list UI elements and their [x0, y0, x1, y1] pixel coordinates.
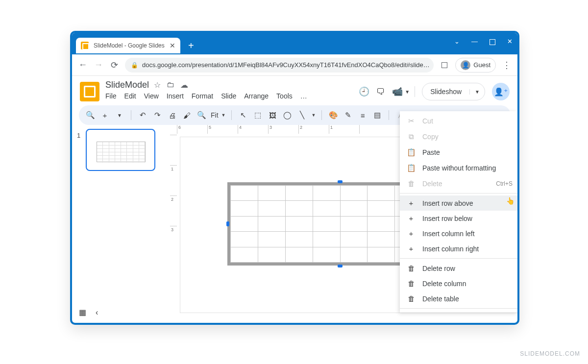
nav-back-icon[interactable]: ←	[78, 60, 88, 70]
chevron-down-icon[interactable]: ▼	[405, 89, 410, 95]
zoom-label: Fit	[211, 111, 219, 119]
nav-forward-icon[interactable]: →	[94, 60, 103, 70]
reader-icon[interactable]	[440, 60, 449, 70]
slideshow-button[interactable]: Slideshow ▼	[422, 83, 485, 100]
menu-item-shortcut: Ctrl+S	[496, 180, 513, 187]
menu-more[interactable]: …	[300, 92, 307, 100]
workspace: 1 ▦ ‹ 654321 123	[72, 124, 517, 323]
zoom-level[interactable]: Fit ▼	[211, 111, 225, 119]
resize-handle-left[interactable]	[226, 221, 229, 226]
menu-insert[interactable]: Insert	[167, 92, 184, 100]
grid-view-icon[interactable]: ▦	[79, 308, 86, 317]
context-menu-insert-row-above[interactable]: +Insert row above👆	[400, 195, 517, 211]
new-tab-button[interactable]: +	[184, 39, 198, 52]
lock-icon: 🔒	[131, 62, 138, 69]
context-menu: ✂Cut⧉Copy📋Paste📋Paste without formatting…	[400, 111, 517, 313]
url-field[interactable]: 🔒 docs.google.com/presentation/d/1MFeiqB…	[125, 58, 434, 73]
image-icon[interactable]: 🖼	[267, 111, 278, 120]
chevron-down-icon[interactable]: ▼	[311, 113, 316, 118]
context-menu-divider	[400, 193, 517, 194]
fill-color-icon[interactable]: 🎨	[328, 111, 339, 120]
canvas-area: 654321 123	[170, 125, 517, 323]
star-icon[interactable]: ☆	[154, 80, 161, 90]
browser-menu-icon[interactable]: ⋮	[502, 60, 512, 71]
select-icon[interactable]: ↖	[238, 111, 248, 120]
tab-title: SlideModel - Google Slides	[94, 42, 165, 49]
browser-titlebar: SlideModel - Google Slides ✕ + ⌄ — ✕	[72, 33, 517, 54]
chevron-down-icon[interactable]: ▼	[114, 113, 125, 118]
window-maximize-icon[interactable]	[490, 38, 495, 45]
url-text: docs.google.com/presentation/d/1MFeiqBl8…	[142, 61, 430, 69]
context-menu-divider	[400, 258, 517, 259]
menu-tools[interactable]: Tools	[276, 92, 293, 100]
menu-item-label: Delete table	[422, 295, 459, 303]
menu-slide[interactable]: Slide	[221, 92, 236, 100]
avatar-icon: 👤	[461, 60, 470, 70]
menu-file[interactable]: File	[105, 92, 117, 100]
tab-close-icon[interactable]: ✕	[170, 42, 175, 49]
app-header: SlideModel ☆ 🗀 ☁ File Edit View Insert F…	[72, 76, 517, 101]
context-menu-insert-row-below[interactable]: +Insert row below	[400, 211, 517, 226]
doc-title[interactable]: SlideModel	[105, 80, 149, 90]
slides-logo-icon[interactable]	[80, 82, 99, 101]
menu-item-icon: ⧉	[407, 132, 416, 141]
textbox-icon[interactable]: ⬚	[252, 111, 263, 120]
menu-arrange[interactable]: Arrange	[244, 92, 269, 100]
menu-view[interactable]: View	[144, 92, 159, 100]
window-dropdown-icon[interactable]: ⌄	[454, 38, 460, 45]
window-close-icon[interactable]: ✕	[507, 38, 513, 45]
cloud-icon[interactable]: ☁	[180, 80, 188, 90]
present-cam-icon[interactable]: 📹	[392, 86, 403, 97]
shape-icon[interactable]: ◯	[282, 111, 293, 120]
share-button[interactable]: 👤⁺	[492, 83, 510, 100]
watermark: SLIDEMODEL.COM	[520, 350, 580, 357]
undo-icon[interactable]: ↶	[137, 111, 148, 120]
menu-format[interactable]: Format	[192, 92, 213, 100]
profile-label: Guest	[473, 61, 490, 69]
print-icon[interactable]: 🖨	[167, 111, 177, 120]
menu-item-icon: 📋	[407, 164, 416, 172]
menu-item-icon: 📋	[407, 148, 416, 157]
menu-item-label: Paste without formatting	[422, 164, 496, 172]
resize-handle-bottom[interactable]	[338, 265, 343, 267]
context-menu-paste[interactable]: 📋Paste	[400, 145, 517, 160]
border-color-icon[interactable]: ✎	[343, 111, 353, 120]
menu-item-label: Copy	[422, 133, 439, 141]
zoom-icon[interactable]: 🔍	[196, 111, 207, 120]
menu-item-label: Cut	[422, 117, 433, 125]
context-menu-insert-column-right[interactable]: +Insert column right	[400, 241, 517, 256]
menu-item-label: Insert row above	[422, 199, 473, 207]
search-icon[interactable]: 🔍	[85, 111, 96, 120]
menu-edit[interactable]: Edit	[124, 92, 136, 100]
context-menu-paste-without-formatting[interactable]: 📋Paste without formatting	[400, 160, 517, 176]
new-slide-icon[interactable]: +	[99, 111, 110, 120]
move-icon[interactable]: 🗀	[167, 80, 174, 90]
line-icon[interactable]: ╲	[296, 111, 307, 120]
slide-thumbnail[interactable]	[86, 129, 155, 171]
menu-bar: File Edit View Insert Format Slide Arran…	[105, 92, 307, 100]
context-menu-delete-row[interactable]: 🗑Delete row	[400, 261, 517, 276]
collapse-panel-icon[interactable]: ‹	[96, 308, 98, 317]
slideshow-dropdown-icon[interactable]: ▼	[469, 89, 485, 95]
menu-item-icon: +	[407, 199, 416, 207]
address-bar: ← → ⟳ 🔒 docs.google.com/presentation/d/1…	[72, 54, 517, 76]
context-menu-delete-table[interactable]: 🗑Delete table	[400, 291, 517, 306]
context-menu-insert-column-left[interactable]: +Insert column left	[400, 226, 517, 241]
slide-panel: 1 ▦ ‹	[72, 124, 170, 323]
window-minimize-icon[interactable]: —	[471, 38, 478, 45]
slideshow-label: Slideshow	[422, 88, 469, 96]
context-menu-delete-column[interactable]: 🗑Delete column	[400, 276, 517, 291]
browser-window: SlideModel - Google Slides ✕ + ⌄ — ✕ ← →…	[70, 31, 519, 325]
nav-reload-icon[interactable]: ⟳	[109, 60, 119, 71]
history-icon[interactable]: 🕘	[359, 86, 369, 97]
border-weight-icon[interactable]: ≡	[357, 111, 368, 120]
comment-icon[interactable]: 🗨	[376, 87, 385, 97]
resize-handle-top[interactable]	[338, 180, 343, 183]
redo-icon[interactable]: ↷	[152, 111, 163, 120]
profile-pill[interactable]: 👤 Guest	[455, 58, 496, 73]
paint-format-icon[interactable]: 🖌	[181, 111, 192, 120]
ruler-vertical: 123	[170, 135, 177, 325]
menu-item-icon: 🗑	[407, 294, 416, 303]
border-dash-icon[interactable]: ▤	[372, 111, 383, 120]
browser-tab[interactable]: SlideModel - Google Slides ✕	[76, 38, 180, 53]
